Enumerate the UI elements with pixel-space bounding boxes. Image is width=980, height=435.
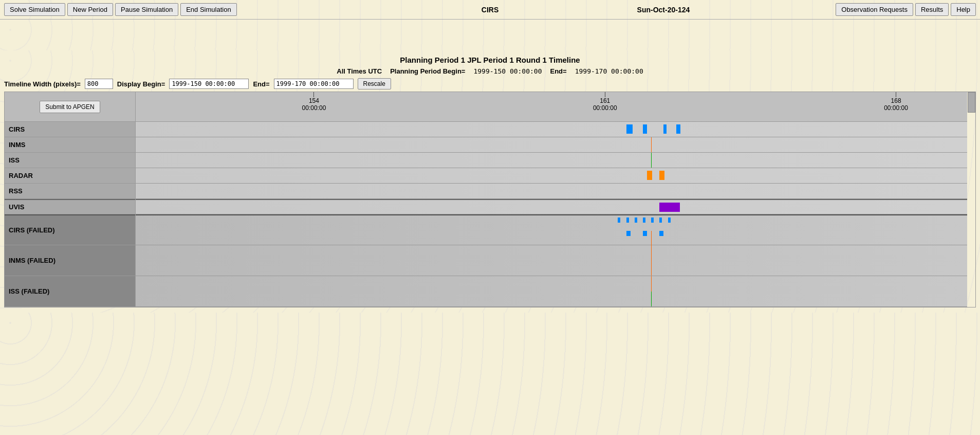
cirs-f-block-5 (651, 218, 654, 223)
radar-block-2 (659, 171, 664, 180)
tick-154: 154 00:00:00 (302, 92, 326, 112)
label-cirs-failed: CIRS (FAILED) (5, 214, 135, 245)
cirs-f-block-b2 (643, 231, 647, 236)
cirs-block-3 (663, 124, 667, 134)
cirs-f-line (651, 231, 652, 246)
display-end-label: End= (253, 80, 269, 88)
label-radar: RADAR (5, 168, 135, 184)
tick-168: 168 00:00:00 (884, 92, 908, 112)
pause-simulation-button[interactable]: Pause Simulation (115, 3, 178, 16)
row-iss (136, 153, 967, 168)
tick-label-168: 168 (891, 97, 901, 104)
main-content: Planning Period 1 JPL Period 1 Round 1 T… (0, 50, 980, 313)
label-cirs: CIRS (5, 122, 135, 137)
cirs-f-block-3 (635, 218, 637, 223)
tick-161: 161 00:00:00 (593, 92, 617, 112)
radar-block-1 (647, 171, 652, 180)
period-end-label: End= (550, 67, 567, 75)
tick-line-154 (313, 92, 314, 97)
spacer (0, 20, 980, 50)
cirs-f-block-b1 (626, 231, 631, 236)
tick-sub-154: 00:00:00 (302, 104, 326, 112)
row-cirs-failed (136, 214, 967, 245)
iss-f-line-2 (651, 292, 652, 306)
row-radar (136, 168, 967, 184)
submit-apgen-button[interactable]: Submit to APGEN (40, 101, 100, 113)
cirs-block-4 (676, 124, 680, 134)
new-period-button[interactable]: New Period (67, 3, 113, 16)
end-simulation-button[interactable]: End Simulation (180, 3, 236, 16)
iss-line-1 (651, 153, 652, 168)
display-begin-input[interactable] (169, 79, 249, 89)
observation-requests-button[interactable]: Observation Requests (836, 3, 913, 16)
timeline-controls: Timeline Width (pixels)= Display Begin= … (0, 78, 980, 89)
results-button[interactable]: Results (915, 3, 949, 16)
cirs-f-block-4 (643, 218, 645, 223)
tick-sub-161: 00:00:00 (593, 104, 617, 112)
row-uvis (136, 199, 967, 214)
timeline-column: 154 00:00:00 161 00:00:00 168 00:00:00 (136, 92, 967, 307)
label-iss: ISS (5, 153, 135, 168)
submit-header: Submit to APGEN (5, 92, 135, 122)
timeline-width-input[interactable] (85, 79, 113, 89)
row-inms (136, 137, 967, 153)
inms-line-1 (651, 137, 652, 152)
cirs-block-1 (626, 124, 633, 134)
tick-row: 154 00:00:00 161 00:00:00 168 00:00:00 (136, 92, 967, 122)
timeline-area: Submit to APGEN CIRS INMS ISS RADAR RSS … (4, 92, 976, 307)
row-inms-failed (136, 245, 967, 276)
tick-label-154: 154 (309, 97, 319, 104)
inms-f-line-2 (651, 261, 652, 276)
period-begin-value: 1999-150 00:00:00 (473, 67, 542, 75)
scrollbar-thumb[interactable] (968, 92, 975, 113)
cirs-f-block-1 (618, 218, 620, 223)
tick-sub-168: 00:00:00 (884, 104, 908, 112)
label-column: Submit to APGEN CIRS INMS ISS RADAR RSS … (5, 92, 136, 307)
header-left-buttons: Solve Simulation New Period Pause Simula… (4, 3, 237, 16)
tick-line-168 (896, 92, 896, 97)
label-iss-failed: ISS (FAILED) (5, 276, 135, 307)
tick-label-161: 161 (600, 97, 610, 104)
row-iss-failed (136, 276, 967, 307)
all-times-label: All Times UTC (337, 67, 382, 75)
header-title: CIRS (482, 6, 498, 14)
cirs-block-2 (643, 124, 647, 134)
period-end-value: 1999-170 00:00:00 (575, 67, 643, 75)
label-rss: RSS (5, 184, 135, 199)
label-uvis: UVIS (5, 199, 135, 214)
uvis-block-1 (659, 203, 680, 212)
display-begin-label: Display Begin= (117, 80, 165, 88)
header-right-buttons: Observation Requests Results Help (836, 3, 976, 16)
header-date: Sun-Oct-20-124 (637, 6, 690, 14)
period-info: All Times UTC Planning Period Begin= 199… (0, 67, 980, 75)
cirs-f-block-6 (659, 218, 662, 223)
cirs-f-block-b3 (659, 231, 663, 236)
solve-simulation-button[interactable]: Solve Simulation (4, 3, 65, 16)
display-end-input[interactable] (274, 79, 354, 89)
cirs-f-block-7 (668, 218, 671, 223)
period-begin-label: Planning Period Begin= (390, 67, 465, 75)
rescale-button[interactable]: Rescale (358, 78, 391, 89)
row-cirs (136, 122, 967, 137)
row-rss (136, 184, 967, 199)
header: Solve Simulation New Period Pause Simula… (0, 0, 980, 20)
label-inms: INMS (5, 137, 135, 153)
cirs-f-block-2 (626, 218, 629, 223)
planning-header: Planning Period 1 JPL Period 1 Round 1 T… (0, 56, 980, 64)
tick-line-161 (605, 92, 605, 97)
timeline-width-label: Timeline Width (pixels)= (4, 80, 81, 88)
planning-title: Planning Period 1 JPL Period 1 Round 1 T… (0, 56, 980, 64)
help-button[interactable]: Help (951, 3, 976, 16)
label-inms-failed: INMS (FAILED) (5, 245, 135, 276)
